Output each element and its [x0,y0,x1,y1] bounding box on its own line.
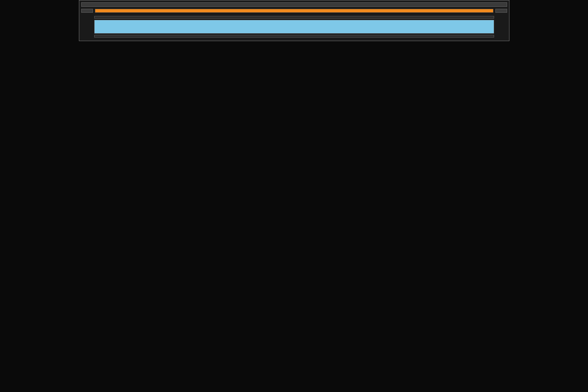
gigathread-row [81,9,507,13]
memory-controllers-right [495,15,507,39]
cache-interface-strip [94,35,494,37]
gigathread-engine [95,9,493,13]
pcie-host-interface [81,2,507,7]
main-layout [81,15,507,39]
gpu-chip-diagram [79,0,509,41]
l2-cache-section [94,16,494,37]
corner-block [495,9,507,13]
corner-block [81,9,93,13]
center-region [94,15,494,39]
l2-cache [94,20,494,34]
memory-controllers-left [81,15,93,39]
cache-interface-strip [94,16,494,19]
